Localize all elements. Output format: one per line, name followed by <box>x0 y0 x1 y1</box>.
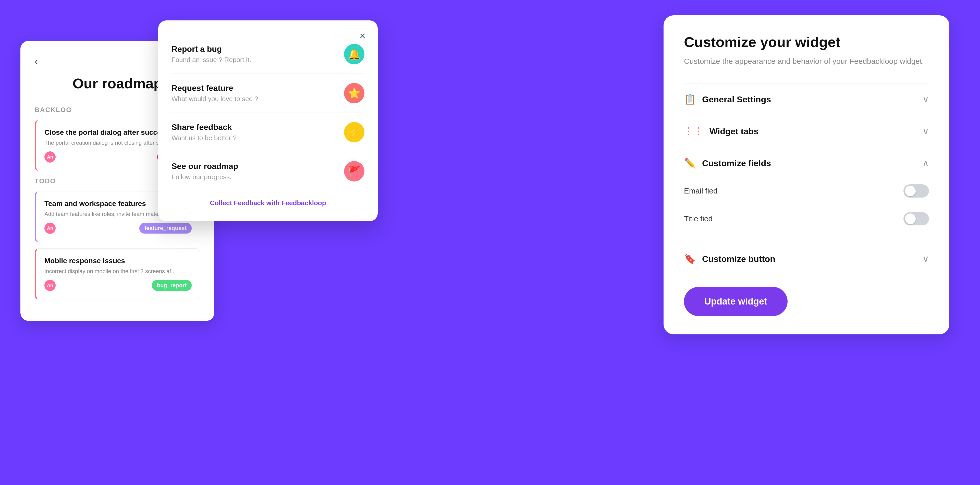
item-title: Request feature <box>172 83 258 93</box>
email-field-row: Email fied <box>684 177 929 205</box>
chevron-down-icon: ∨ <box>922 253 929 264</box>
tag-feature-request: feature_request <box>139 223 192 234</box>
roadmap-icon: 🚩 <box>344 161 364 181</box>
customize-fields-label: Customize fields <box>702 158 771 168</box>
fields-sub-settings: Email fied Title fied <box>684 177 929 232</box>
feedback-widget: × Report a bug Found an issue ? Report i… <box>158 21 378 221</box>
card-title: Mobile response issues <box>45 257 192 265</box>
customize-button-label: Customize button <box>702 254 775 264</box>
card-desc: Incorrect display on mobile on the first… <box>45 268 192 275</box>
general-settings-row[interactable]: 📋 General Settings ∨ <box>684 94 929 105</box>
avatar: An <box>45 151 56 162</box>
title-field-label: Title fied <box>684 215 713 223</box>
item-title: See our roadmap <box>172 162 238 171</box>
customize-panel: Customize your widget Customize the appe… <box>663 15 950 334</box>
see-roadmap-item[interactable]: See our roadmap Follow our progress. 🚩 <box>172 152 364 191</box>
title-field-row: Title fied <box>684 205 929 232</box>
chevron-down-icon: ∨ <box>922 126 929 137</box>
update-widget-button[interactable]: Update widget <box>684 287 788 316</box>
tag-bug-report: bug_report <box>152 280 192 291</box>
close-button[interactable]: × <box>360 31 366 41</box>
card-footer: An bug_report <box>45 280 192 291</box>
item-title: Report a bug <box>172 45 251 54</box>
general-settings-label: General Settings <box>702 94 771 104</box>
widget-footer: Collect Feedback with Feedbackloop <box>172 191 364 207</box>
email-field-label: Email fied <box>684 187 718 195</box>
item-subtitle: Follow our progress. <box>172 173 238 181</box>
customize-fields-row[interactable]: ✏️ Customize fields ∧ <box>684 157 929 169</box>
chevron-down-icon: ∨ <box>922 94 929 105</box>
widget-tabs-section: ⋮⋮ Widget tabs ∨ <box>684 115 929 147</box>
customize-fields-section: ✏️ Customize fields ∧ Email fied Title f… <box>684 147 929 243</box>
customize-subtitle: Customize the appearance and behavior of… <box>684 56 929 67</box>
general-settings-section: 📋 General Settings ∨ <box>684 83 929 115</box>
customize-title: Customize your widget <box>684 34 929 50</box>
widget-tabs-label: Widget tabs <box>710 126 759 136</box>
customize-button-section: 🔖 Customize button ∨ <box>684 243 929 275</box>
bug-icon: 🔔 <box>344 44 364 64</box>
roadmap-card[interactable]: Mobile response issues Incorrect display… <box>35 248 200 299</box>
chevron-up-icon: ∧ <box>922 158 929 169</box>
email-field-toggle[interactable] <box>904 184 929 197</box>
card-footer: An feature_request <box>45 223 192 234</box>
item-subtitle: What would you love to see ? <box>172 95 258 103</box>
widget-tabs-icon: ⋮⋮ <box>684 126 703 137</box>
avatar: An <box>45 280 56 291</box>
report-bug-item[interactable]: Report a bug Found an issue ? Report it.… <box>172 35 364 74</box>
customize-fields-icon: ✏️ <box>684 157 696 169</box>
item-title: Share feedback <box>172 122 237 132</box>
widget-tabs-row[interactable]: ⋮⋮ Widget tabs ∨ <box>684 126 929 137</box>
feedback-icon: ⚡ <box>344 122 364 142</box>
customize-button-icon: 🔖 <box>684 253 696 264</box>
customize-button-row[interactable]: 🔖 Customize button ∨ <box>684 253 929 264</box>
item-subtitle: Found an issue ? Report it. <box>172 56 251 64</box>
share-feedback-item[interactable]: Share feedback Want us to be better ? ⚡ <box>172 113 364 152</box>
item-subtitle: Want us to be better ? <box>172 134 237 142</box>
general-settings-icon: 📋 <box>684 94 696 105</box>
avatar: An <box>45 223 56 234</box>
back-button[interactable]: ‹ <box>35 56 38 67</box>
request-feature-item[interactable]: Request feature What would you love to s… <box>172 74 364 113</box>
brand-link[interactable]: Feedbackloop <box>282 199 326 207</box>
title-field-toggle[interactable] <box>904 212 929 226</box>
feature-icon: ⭐ <box>344 83 364 103</box>
